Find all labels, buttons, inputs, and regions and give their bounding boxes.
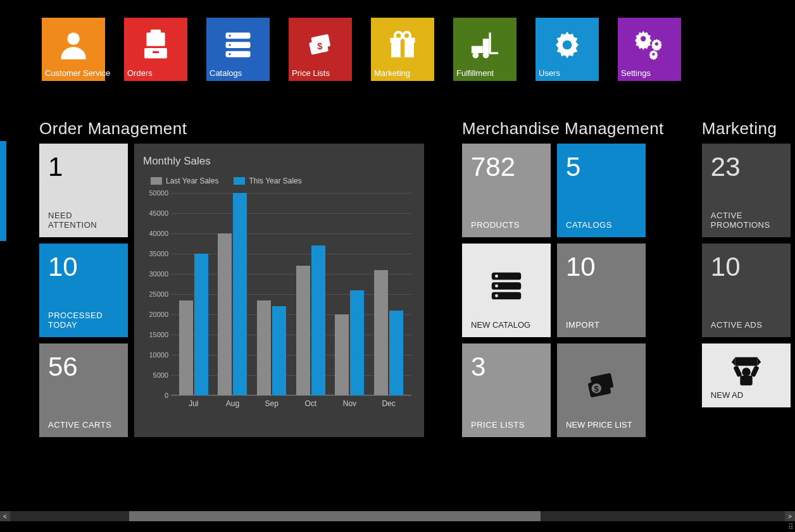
scroll-track[interactable] bbox=[10, 511, 785, 521]
nav-tile-orders[interactable]: Orders bbox=[124, 18, 187, 81]
tile-caption: NEW CATALOG bbox=[471, 320, 542, 330]
scroll-thumb[interactable] bbox=[129, 511, 541, 521]
nav-tile-catalogs[interactable]: Catalogs bbox=[206, 18, 270, 81]
svg-point-26 bbox=[641, 36, 646, 41]
tile-caption: IMPORT bbox=[566, 320, 637, 330]
tile-caption: PROCESSED TODAY bbox=[48, 311, 119, 330]
svg-point-24 bbox=[483, 52, 489, 58]
user-icon bbox=[45, 22, 102, 68]
tile-active-carts[interactable]: 56 ACTIVE CARTS bbox=[39, 343, 128, 437]
bar-this-year-sales-Dec bbox=[389, 311, 403, 395]
tile-value: 56 bbox=[48, 354, 119, 380]
svg-point-8 bbox=[228, 35, 230, 37]
chart-plot-area: 0500010000150002000025000300003500040000… bbox=[171, 193, 411, 414]
tile-monthly-sales-chart[interactable]: Monthly Sales Last Year Sales This Year … bbox=[134, 144, 424, 437]
tile-new-price-list[interactable]: $ NEW PRICE LIST bbox=[557, 343, 646, 437]
tile-caption: NEED ATTENTION bbox=[48, 211, 119, 230]
tile-catalogs[interactable]: 5 CATALOGS bbox=[557, 144, 646, 237]
tile-active-promotions[interactable]: 23 ACTIVE PROMOTIONS bbox=[702, 144, 791, 237]
chart-legend: Last Year Sales This Year Sales bbox=[151, 176, 415, 185]
svg-point-28 bbox=[652, 53, 654, 55]
tile-products[interactable]: 782 PRODUCTS bbox=[462, 144, 551, 237]
svg-rect-16 bbox=[401, 38, 405, 58]
tile-value: 782 bbox=[471, 154, 542, 180]
svg-rect-42 bbox=[733, 365, 742, 377]
x-axis-label: Dec bbox=[373, 399, 404, 414]
tile-price-lists[interactable]: 3 PRICE LISTS bbox=[462, 343, 551, 437]
svg-point-23 bbox=[473, 52, 479, 58]
svg-point-10 bbox=[228, 53, 230, 55]
tile-value: 5 bbox=[566, 154, 637, 180]
x-axis-label: Jul bbox=[178, 399, 210, 414]
nav-label: Customer Service bbox=[45, 68, 102, 78]
scroll-right-button[interactable]: > bbox=[785, 511, 795, 521]
file-cabinet-icon bbox=[127, 22, 184, 68]
tile-caption: PRODUCTS bbox=[471, 220, 542, 230]
svg-point-0 bbox=[67, 33, 80, 46]
bar-this-year-sales-Jul bbox=[194, 254, 208, 395]
bar-this-year-sales-Aug bbox=[233, 193, 247, 395]
section-title: Order Management bbox=[39, 119, 424, 139]
megaphone-person-icon bbox=[711, 351, 782, 390]
svg-point-40 bbox=[742, 368, 751, 376]
svg-rect-41 bbox=[740, 376, 752, 386]
bar-last-year-sales-Aug bbox=[218, 233, 232, 395]
svg-point-33 bbox=[495, 284, 498, 287]
svg-text:$: $ bbox=[594, 383, 599, 393]
tile-caption: ACTIVE PROMOTIONS bbox=[711, 211, 782, 230]
tile-caption: NEW PRICE LIST bbox=[566, 420, 637, 430]
scroll-left-button[interactable]: < bbox=[0, 511, 10, 521]
legend-label: This Year Sales bbox=[249, 176, 301, 185]
svg-rect-39 bbox=[735, 357, 757, 366]
tile-need-attention[interactable]: 1 NEED ATTENTION bbox=[39, 144, 128, 237]
tile-new-ad[interactable]: NEW AD bbox=[702, 343, 791, 407]
svg-rect-43 bbox=[750, 365, 759, 377]
prev-section-sliver[interactable] bbox=[0, 141, 6, 241]
x-axis-label: Nov bbox=[334, 399, 365, 414]
svg-rect-20 bbox=[483, 39, 489, 53]
nav-tile-settings[interactable]: Settings bbox=[618, 18, 681, 81]
dashboard-sections: Order Management 1 NEED ATTENTION 10 PRO… bbox=[0, 119, 791, 442]
nav-tile-price-lists[interactable]: $ Price Lists bbox=[289, 18, 352, 81]
horizontal-scrollbar[interactable]: < > bbox=[0, 511, 795, 521]
svg-point-27 bbox=[655, 42, 658, 46]
svg-rect-19 bbox=[472, 46, 483, 53]
top-nav: Customer Service Orders Catalogs $ Price… bbox=[42, 18, 681, 81]
tile-caption: ACTIVE ADS bbox=[711, 320, 782, 330]
gears-icon bbox=[621, 22, 678, 68]
section-title: Merchandise Management bbox=[462, 119, 664, 139]
tile-import[interactable]: 10 IMPORT bbox=[557, 244, 646, 337]
tile-value: 10 bbox=[566, 254, 637, 280]
tile-processed-today[interactable]: 10 PROCESSED TODAY bbox=[39, 244, 128, 337]
price-tags-icon: $ bbox=[292, 22, 349, 68]
nav-tile-fulfillment[interactable]: Fulfillment bbox=[453, 18, 516, 81]
server-stack-icon bbox=[471, 251, 542, 320]
tile-active-ads[interactable]: 10 ACTIVE ADS bbox=[702, 244, 791, 337]
tile-value: 3 bbox=[471, 354, 542, 380]
nav-tile-users[interactable]: Users bbox=[535, 18, 599, 81]
tile-caption: CATALOGS bbox=[566, 220, 637, 230]
server-icon bbox=[210, 22, 266, 68]
section-marketing: Marketing 23 ACTIVE PROMOTIONS 10 ACTIVE… bbox=[702, 119, 791, 407]
bar-this-year-sales-Nov bbox=[350, 290, 364, 395]
nav-tile-customer-service[interactable]: Customer Service bbox=[42, 18, 105, 81]
gift-icon bbox=[374, 22, 431, 68]
forklift-icon bbox=[456, 22, 513, 68]
x-axis-label: Sep bbox=[256, 399, 287, 414]
tile-value: 23 bbox=[711, 154, 782, 180]
bar-last-year-sales-Dec bbox=[374, 270, 388, 395]
price-tags-icon: $ bbox=[566, 351, 637, 420]
section-merchandise-management: Merchandise Management 782 PRODUCTS 5 CA… bbox=[462, 119, 664, 437]
nav-tile-marketing[interactable]: Marketing bbox=[371, 18, 434, 81]
resize-grip-icon[interactable]: ⠿ bbox=[788, 523, 794, 531]
section-title: Marketing bbox=[702, 119, 791, 139]
legend-swatch-this-year bbox=[234, 177, 245, 185]
tile-new-catalog[interactable]: NEW CATALOG bbox=[462, 244, 551, 337]
bar-last-year-sales-Oct bbox=[296, 266, 310, 395]
svg-rect-2 bbox=[151, 30, 161, 34]
nav-label: Users bbox=[539, 68, 596, 78]
bar-this-year-sales-Sep bbox=[272, 306, 286, 395]
svg-point-18 bbox=[403, 32, 410, 39]
tile-caption: ACTIVE CARTS bbox=[48, 420, 119, 430]
nav-label: Fulfillment bbox=[456, 68, 513, 78]
